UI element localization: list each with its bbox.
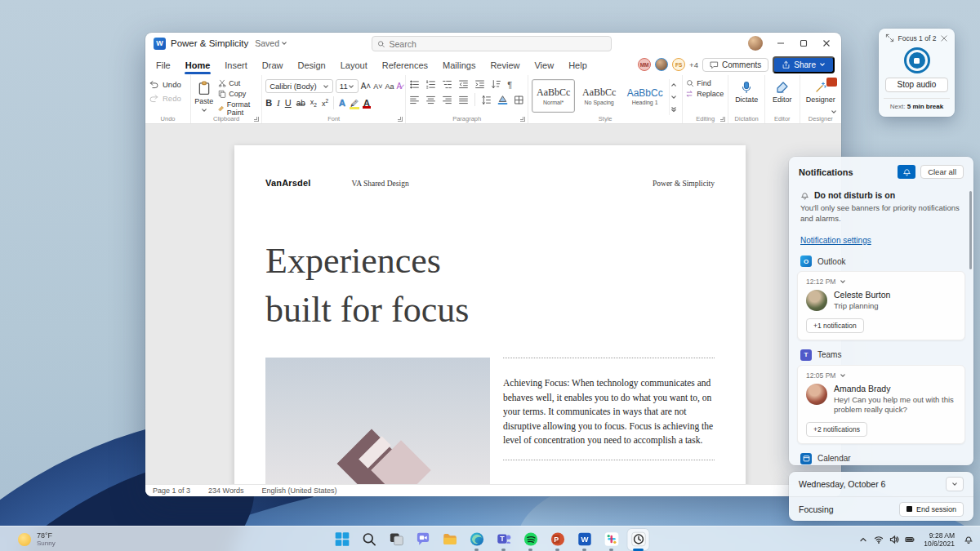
page-indicator[interactable]: Page 1 of 3	[153, 487, 190, 495]
pilcrow-button[interactable]: ¶	[507, 80, 512, 90]
line-spacing-icon[interactable]	[481, 95, 492, 105]
borders-icon[interactable]	[514, 95, 524, 105]
word-count[interactable]: 234 Words	[208, 487, 243, 495]
more-notifications-button[interactable]: +2 notifications	[806, 422, 867, 437]
style-normal[interactable]: AaBbCc Normal*	[532, 79, 575, 113]
multilevel-list-icon[interactable]	[442, 79, 452, 90]
designer-button[interactable]: Designer	[804, 79, 838, 104]
style-scroll-up-icon[interactable]	[670, 82, 677, 88]
shrink-font-button[interactable]: A˅	[373, 82, 382, 91]
file-explorer-button[interactable]	[439, 529, 461, 550]
style-gallery-more-icon[interactable]	[670, 106, 677, 113]
share-button[interactable]: Share	[773, 56, 835, 73]
strikethrough-button[interactable]: ab	[296, 99, 305, 108]
end-session-button[interactable]: End session	[899, 502, 964, 517]
font-dialog-launcher[interactable]	[398, 117, 403, 122]
increase-indent-icon[interactable]	[474, 79, 485, 90]
taskbar-search-button[interactable]	[359, 529, 380, 550]
justify-icon[interactable]	[458, 95, 469, 105]
paste-button[interactable]: Paste	[194, 79, 213, 113]
show-hidden-icons-chevron[interactable]	[858, 535, 868, 544]
change-case-button[interactable]: Aa	[385, 82, 394, 91]
underline-button[interactable]: U	[285, 98, 292, 108]
style-scroll-down-icon[interactable]	[670, 94, 677, 100]
align-center-icon[interactable]	[425, 95, 436, 105]
subscript-button[interactable]: x2	[310, 98, 317, 108]
document-page[interactable]: VanArsdel VA Shared Design Power & Simpl…	[234, 145, 746, 484]
group-header-teams[interactable]: T Teams	[789, 340, 973, 365]
save-status[interactable]: Saved	[255, 38, 287, 48]
format-painter-button[interactable]: Format Paint	[218, 100, 258, 117]
tab-file[interactable]: File	[149, 56, 178, 75]
cut-button[interactable]: Cut	[218, 79, 258, 87]
tab-help[interactable]: Help	[561, 56, 595, 75]
teams-button[interactable]: T	[493, 529, 514, 550]
collab-avatar[interactable]: MM	[638, 58, 651, 71]
language-indicator[interactable]: English (United States)	[261, 487, 336, 495]
text-effects-button[interactable]: A	[339, 98, 345, 108]
volume-icon[interactable]	[889, 535, 899, 544]
do-not-disturb-toggle[interactable]	[898, 165, 915, 179]
notification-card-outlook[interactable]: 12:12 PM Celeste Burton Trip planning +1…	[797, 271, 965, 340]
notification-card-teams[interactable]: 12:05 PM Amanda Brady Hey! Can you help …	[797, 365, 965, 444]
shading-icon[interactable]	[497, 95, 508, 105]
minimize-button[interactable]	[769, 33, 792, 53]
close-button[interactable]	[815, 33, 838, 53]
clock-app-button[interactable]	[628, 529, 649, 550]
clipboard-dialog-launcher[interactable]	[254, 117, 259, 122]
clock-date-area[interactable]: 9:28 AM 10/6/2021	[920, 530, 958, 549]
font-color-button[interactable]: A	[363, 98, 370, 108]
notification-bell-icon[interactable]	[964, 535, 973, 544]
tab-references[interactable]: References	[375, 56, 435, 75]
tab-home[interactable]: Home	[178, 56, 218, 75]
close-icon[interactable]	[940, 34, 948, 42]
italic-button[interactable]: I	[277, 98, 280, 108]
font-name-combo[interactable]: Calibri (Body)	[265, 79, 333, 93]
tab-view[interactable]: View	[527, 56, 561, 75]
more-notifications-button[interactable]: +1 notification	[806, 318, 864, 333]
powerpoint-button[interactable]: P	[547, 529, 568, 550]
clear-all-button[interactable]: Clear all	[920, 165, 964, 179]
word-button[interactable]: W	[574, 529, 595, 550]
editor-button[interactable]: Editor	[768, 79, 796, 104]
search-box[interactable]	[372, 36, 612, 51]
align-right-icon[interactable]	[442, 95, 452, 105]
font-size-combo[interactable]: 11	[336, 79, 359, 93]
weather-widget[interactable]: 78°F Sunny	[11, 527, 62, 551]
expand-icon[interactable]	[885, 33, 894, 42]
chevron-down-icon[interactable]	[840, 278, 846, 285]
tab-design[interactable]: Design	[290, 56, 332, 75]
stop-focus-button[interactable]	[904, 47, 930, 73]
align-left-icon[interactable]	[409, 95, 420, 105]
chat-button[interactable]	[412, 529, 434, 550]
grow-font-button[interactable]: A˄	[361, 82, 372, 91]
redo-button[interactable]: Redo	[149, 93, 187, 104]
clear-formatting-button[interactable]: A̷	[396, 82, 402, 91]
superscript-button[interactable]: x2	[322, 98, 328, 108]
sort-icon[interactable]	[491, 79, 501, 90]
scrollbar[interactable]	[969, 191, 972, 269]
group-header-calendar[interactable]: Calendar	[789, 444, 973, 466]
highlight-color-button[interactable]: 🖉	[350, 99, 359, 108]
editing-dialog-launcher[interactable]	[720, 117, 725, 122]
dictate-button[interactable]: Dictate	[732, 79, 761, 104]
find-button[interactable]: Find	[686, 79, 724, 87]
collab-avatar[interactable]	[655, 58, 668, 71]
bullet-list-icon[interactable]	[409, 79, 420, 90]
group-header-outlook[interactable]: O Outlook	[789, 247, 973, 271]
replace-button[interactable]: Replace	[686, 90, 724, 98]
bold-button[interactable]: B	[265, 98, 272, 108]
collapse-calendar-button[interactable]	[946, 477, 964, 491]
collab-avatar[interactable]: FS	[672, 58, 685, 71]
tab-draw[interactable]: Draw	[255, 56, 291, 75]
user-avatar[interactable]	[748, 36, 763, 51]
tab-layout[interactable]: Layout	[333, 56, 375, 75]
stop-audio-button[interactable]: Stop audio	[885, 78, 948, 92]
copy-button[interactable]: Copy	[218, 90, 258, 98]
tab-mailings[interactable]: Mailings	[435, 56, 483, 75]
style-heading1[interactable]: AaBbCc Heading 1	[623, 79, 666, 113]
wifi-icon[interactable]	[874, 535, 884, 544]
start-button[interactable]	[332, 529, 353, 550]
chevron-down-icon[interactable]	[840, 372, 846, 379]
collab-more-count[interactable]: +4	[689, 60, 698, 69]
